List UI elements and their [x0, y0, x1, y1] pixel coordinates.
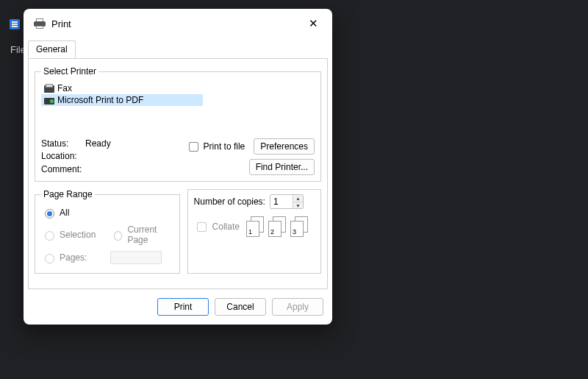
printer-icon: [34, 18, 46, 29]
page-range-all-radio[interactable]: [45, 209, 54, 219]
general-panel: Select Printer Fax Microsoft Print to PD…: [28, 58, 328, 289]
page-range-pages-input: [110, 251, 162, 264]
close-button[interactable]: ✕: [303, 13, 323, 34]
titlebar: Print ✕: [24, 9, 332, 40]
page-range-pages-radio: [45, 254, 54, 263]
location-label: Location:: [41, 151, 85, 162]
copies-down-button[interactable]: ▼: [293, 202, 303, 209]
page-range-legend: Page Range: [41, 189, 95, 199]
page-range-current-label: Current Page: [127, 224, 173, 245]
preferences-button[interactable]: Preferences: [254, 138, 315, 155]
print-to-file-label: Print to file: [204, 141, 245, 152]
collate-label: Collate: [212, 222, 240, 232]
tab-general[interactable]: General: [28, 40, 76, 58]
app-icon: [10, 19, 20, 29]
copies-input[interactable]: [270, 195, 293, 208]
page-range-current-radio: [114, 231, 123, 241]
page-range-pages-label: Pages:: [60, 252, 87, 263]
printer-item-pdf[interactable]: Microsoft Print to PDF: [41, 94, 203, 106]
dialog-title: Print: [51, 18, 71, 29]
print-to-file-checkbox[interactable]: [189, 142, 198, 152]
fax-icon: [44, 84, 54, 93]
cancel-button[interactable]: Cancel: [215, 298, 266, 316]
comment-label: Comment:: [41, 164, 85, 175]
tab-strip: General: [24, 40, 332, 58]
dialog-footer: Print Cancel Apply: [24, 295, 332, 317]
collate-illustration: 1 1 2 2 3 3: [246, 216, 309, 237]
select-printer-group: Select Printer Fax Microsoft Print to PD…: [35, 66, 321, 182]
copies-group: Number of copies: ▲ ▼ Collate 1: [187, 189, 321, 274]
copies-spinner[interactable]: ▲ ▼: [270, 194, 304, 209]
printer-list: Fax Microsoft Print to PDF: [41, 81, 315, 134]
printer-pdf-icon: [44, 96, 54, 105]
collate-checkbox: [197, 222, 207, 232]
location-value: [85, 151, 186, 162]
copies-up-button[interactable]: ▲: [293, 195, 303, 202]
select-printer-legend: Select Printer: [41, 66, 98, 77]
apply-button: Apply: [272, 298, 323, 316]
page-range-group: Page Range All Selection Current Page: [35, 189, 180, 274]
printer-item-label: Microsoft Print to PDF: [57, 95, 143, 105]
find-printer-button[interactable]: Find Printer...: [249, 159, 315, 175]
print-dialog: Print ✕ General Select Printer Fax Micro…: [24, 9, 332, 325]
printer-info: Status: Ready Location: Comment:: [41, 138, 186, 175]
copies-label: Number of copies:: [194, 196, 265, 207]
printer-item-fax[interactable]: Fax: [41, 82, 315, 94]
status-label: Status:: [41, 138, 85, 149]
page-range-selection-radio: [45, 231, 54, 241]
page-range-all-label: All: [60, 208, 69, 218]
printer-item-label: Fax: [57, 83, 72, 93]
page-range-selection-label: Selection: [60, 230, 96, 240]
print-button[interactable]: Print: [157, 298, 209, 316]
status-value: Ready: [85, 138, 186, 149]
comment-value: [85, 164, 186, 175]
